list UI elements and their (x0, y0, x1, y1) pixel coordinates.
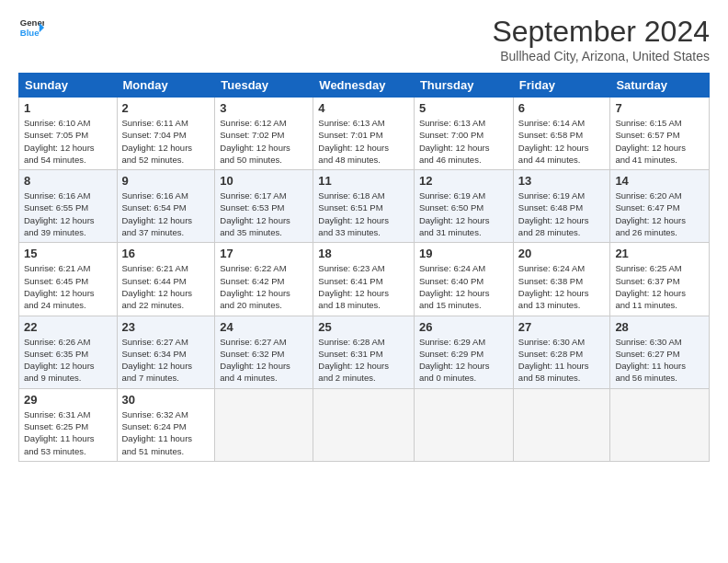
day-info: Sunrise: 6:27 AM Sunset: 6:34 PM Dayligh… (122, 336, 210, 385)
day-info: Sunrise: 6:14 AM Sunset: 6:58 PM Dayligh… (518, 117, 606, 166)
calendar: SundayMondayTuesdayWednesdayThursdayFrid… (18, 73, 710, 462)
day-info: Sunrise: 6:22 AM Sunset: 6:42 PM Dayligh… (220, 262, 308, 311)
calendar-cell: 16Sunrise: 6:21 AM Sunset: 6:44 PM Dayli… (117, 243, 215, 316)
calendar-cell: 27Sunrise: 6:30 AM Sunset: 6:28 PM Dayli… (513, 316, 610, 388)
calendar-cell: 28Sunrise: 6:30 AM Sunset: 6:27 PM Dayli… (610, 316, 710, 388)
calendar-cell: 18Sunrise: 6:23 AM Sunset: 6:41 PM Dayli… (313, 243, 415, 316)
day-info: Sunrise: 6:17 AM Sunset: 6:53 PM Dayligh… (220, 190, 308, 238)
day-number: 14 (615, 174, 704, 188)
weekday-header-saturday: Saturday (610, 74, 710, 98)
calendar-cell: 6Sunrise: 6:14 AM Sunset: 6:58 PM Daylig… (513, 98, 610, 170)
day-number: 26 (419, 320, 508, 334)
day-info: Sunrise: 6:21 AM Sunset: 6:45 PM Dayligh… (24, 262, 112, 311)
calendar-cell: 4Sunrise: 6:13 AM Sunset: 7:01 PM Daylig… (313, 98, 415, 170)
calendar-cell: 24Sunrise: 6:27 AM Sunset: 6:32 PM Dayli… (215, 316, 313, 388)
calendar-cell (414, 388, 513, 461)
location: Bullhead City, Arizona, United States (492, 49, 710, 63)
calendar-cell: 20Sunrise: 6:24 AM Sunset: 6:38 PM Dayli… (513, 243, 610, 316)
day-number: 1 (24, 101, 112, 115)
day-number: 29 (24, 393, 112, 407)
day-info: Sunrise: 6:21 AM Sunset: 6:44 PM Dayligh… (122, 262, 210, 311)
day-number: 17 (220, 247, 308, 260)
day-number: 8 (24, 174, 112, 188)
calendar-cell: 13Sunrise: 6:19 AM Sunset: 6:48 PM Dayli… (513, 170, 610, 243)
calendar-cell: 1Sunrise: 6:10 AM Sunset: 7:05 PM Daylig… (19, 98, 118, 170)
day-info: Sunrise: 6:19 AM Sunset: 6:50 PM Dayligh… (419, 190, 508, 238)
calendar-cell: 22Sunrise: 6:26 AM Sunset: 6:35 PM Dayli… (19, 316, 118, 388)
day-number: 24 (220, 320, 308, 334)
day-info: Sunrise: 6:32 AM Sunset: 6:24 PM Dayligh… (122, 408, 210, 457)
calendar-cell: 2Sunrise: 6:11 AM Sunset: 7:04 PM Daylig… (117, 98, 215, 170)
day-number: 12 (419, 174, 508, 188)
day-number: 21 (615, 247, 704, 260)
weekday-header-row: SundayMondayTuesdayWednesdayThursdayFrid… (19, 74, 710, 98)
calendar-cell: 19Sunrise: 6:24 AM Sunset: 6:40 PM Dayli… (414, 243, 513, 316)
day-number: 25 (318, 320, 409, 334)
day-info: Sunrise: 6:16 AM Sunset: 6:54 PM Dayligh… (122, 190, 210, 238)
day-info: Sunrise: 6:24 AM Sunset: 6:38 PM Dayligh… (518, 262, 606, 311)
weekday-header-sunday: Sunday (19, 74, 118, 98)
day-info: Sunrise: 6:15 AM Sunset: 6:57 PM Dayligh… (615, 117, 704, 166)
day-info: Sunrise: 6:24 AM Sunset: 6:40 PM Dayligh… (419, 262, 508, 311)
day-number: 28 (615, 320, 704, 334)
day-info: Sunrise: 6:23 AM Sunset: 6:41 PM Dayligh… (318, 262, 409, 311)
day-info: Sunrise: 6:28 AM Sunset: 6:31 PM Dayligh… (318, 336, 409, 385)
day-number: 9 (122, 174, 210, 188)
calendar-cell (313, 388, 415, 461)
day-info: Sunrise: 6:27 AM Sunset: 6:32 PM Dayligh… (220, 336, 308, 385)
day-number: 3 (220, 101, 308, 115)
day-number: 27 (518, 320, 606, 334)
day-info: Sunrise: 6:12 AM Sunset: 7:02 PM Dayligh… (220, 117, 308, 166)
day-number: 15 (24, 247, 112, 260)
day-number: 23 (122, 320, 210, 334)
month-title: September 2024 (492, 15, 710, 49)
calendar-cell (513, 388, 610, 461)
day-info: Sunrise: 6:13 AM Sunset: 7:00 PM Dayligh… (419, 117, 508, 166)
weekday-header-monday: Monday (117, 74, 215, 98)
page: General Blue September 2024 Bullhead Cit… (0, 0, 728, 563)
day-info: Sunrise: 6:26 AM Sunset: 6:35 PM Dayligh… (24, 336, 112, 385)
day-number: 13 (518, 174, 606, 188)
calendar-cell: 12Sunrise: 6:19 AM Sunset: 6:50 PM Dayli… (414, 170, 513, 243)
header: General Blue September 2024 Bullhead Cit… (18, 15, 710, 63)
calendar-cell: 21Sunrise: 6:25 AM Sunset: 6:37 PM Dayli… (610, 243, 710, 316)
day-number: 4 (318, 101, 409, 115)
calendar-cell (215, 388, 313, 461)
calendar-week-1: 1Sunrise: 6:10 AM Sunset: 7:05 PM Daylig… (19, 98, 710, 170)
day-info: Sunrise: 6:16 AM Sunset: 6:55 PM Dayligh… (24, 190, 112, 238)
day-info: Sunrise: 6:25 AM Sunset: 6:37 PM Dayligh… (615, 262, 704, 311)
logo: General Blue (18, 15, 44, 40)
calendar-cell: 3Sunrise: 6:12 AM Sunset: 7:02 PM Daylig… (215, 98, 313, 170)
calendar-cell: 15Sunrise: 6:21 AM Sunset: 6:45 PM Dayli… (19, 243, 118, 316)
calendar-cell: 26Sunrise: 6:29 AM Sunset: 6:29 PM Dayli… (414, 316, 513, 388)
calendar-cell: 17Sunrise: 6:22 AM Sunset: 6:42 PM Dayli… (215, 243, 313, 316)
calendar-cell: 9Sunrise: 6:16 AM Sunset: 6:54 PM Daylig… (117, 170, 215, 243)
calendar-cell: 11Sunrise: 6:18 AM Sunset: 6:51 PM Dayli… (313, 170, 415, 243)
calendar-cell: 10Sunrise: 6:17 AM Sunset: 6:53 PM Dayli… (215, 170, 313, 243)
day-number: 5 (419, 101, 508, 115)
day-info: Sunrise: 6:30 AM Sunset: 6:28 PM Dayligh… (518, 336, 606, 385)
calendar-week-4: 22Sunrise: 6:26 AM Sunset: 6:35 PM Dayli… (19, 316, 710, 388)
calendar-week-5: 29Sunrise: 6:31 AM Sunset: 6:25 PM Dayli… (19, 388, 710, 461)
calendar-cell (610, 388, 710, 461)
day-number: 19 (419, 247, 508, 260)
calendar-week-3: 15Sunrise: 6:21 AM Sunset: 6:45 PM Dayli… (19, 243, 710, 316)
day-number: 6 (518, 101, 606, 115)
day-number: 18 (318, 247, 409, 260)
svg-text:Blue: Blue (20, 28, 40, 38)
day-info: Sunrise: 6:10 AM Sunset: 7:05 PM Dayligh… (24, 117, 112, 166)
calendar-cell: 5Sunrise: 6:13 AM Sunset: 7:00 PM Daylig… (414, 98, 513, 170)
day-number: 11 (318, 174, 409, 188)
calendar-cell: 7Sunrise: 6:15 AM Sunset: 6:57 PM Daylig… (610, 98, 710, 170)
day-number: 7 (615, 101, 704, 115)
weekday-header-tuesday: Tuesday (215, 74, 313, 98)
title-block: September 2024 Bullhead City, Arizona, U… (492, 15, 710, 63)
day-info: Sunrise: 6:11 AM Sunset: 7:04 PM Dayligh… (122, 117, 210, 166)
calendar-cell: 29Sunrise: 6:31 AM Sunset: 6:25 PM Dayli… (19, 388, 118, 461)
day-info: Sunrise: 6:20 AM Sunset: 6:47 PM Dayligh… (615, 190, 704, 238)
weekday-header-wednesday: Wednesday (313, 74, 415, 98)
day-number: 10 (220, 174, 308, 188)
calendar-cell: 23Sunrise: 6:27 AM Sunset: 6:34 PM Dayli… (117, 316, 215, 388)
weekday-header-thursday: Thursday (414, 74, 513, 98)
day-info: Sunrise: 6:19 AM Sunset: 6:48 PM Dayligh… (518, 190, 606, 238)
